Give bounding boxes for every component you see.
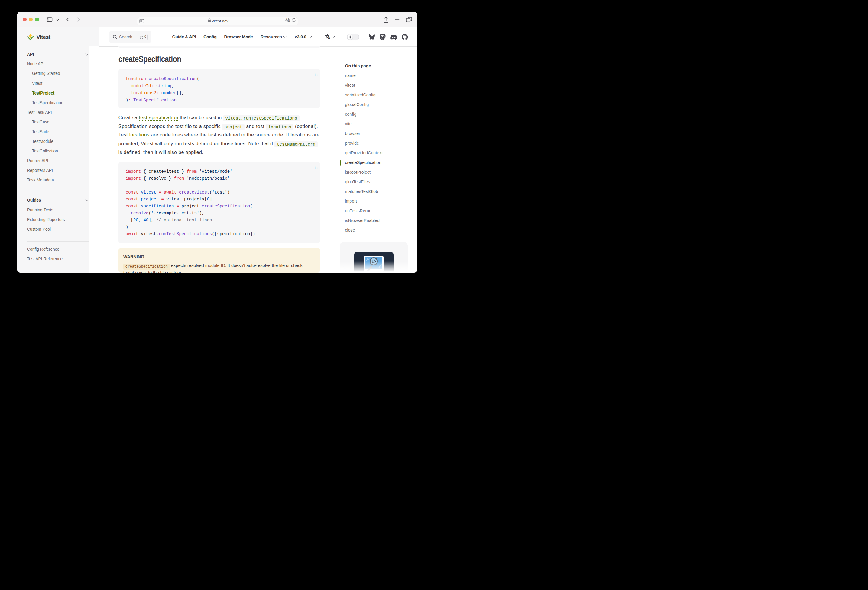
svg-text:A: A <box>328 36 330 40</box>
svg-text:A: A <box>286 18 288 21</box>
svg-text:x: x <box>288 19 289 21</box>
